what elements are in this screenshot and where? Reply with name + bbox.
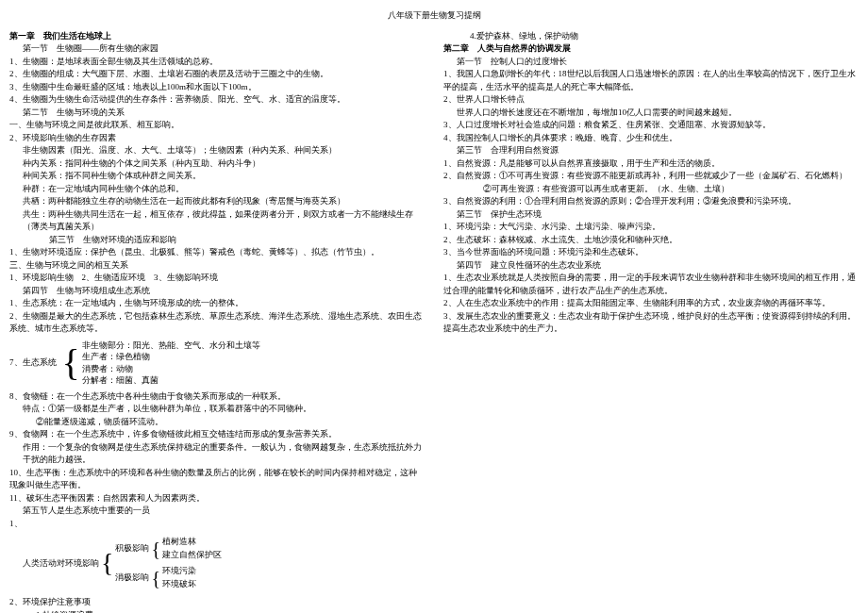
section4-title: 第四节 建立良性循环的生态农业系统: [443, 259, 859, 273]
text-line: 2、环境保护注意事项: [9, 596, 425, 609]
tree-leaf: 环境污染: [162, 565, 196, 578]
text-line: 3、当今世界面临的环境问题：环境污染和生态破坏。: [443, 246, 859, 259]
text-line: 3、发展生态农业的重要意义：生态农业有助于保护生态环境，维护良好的生态平衡；使资…: [443, 310, 859, 336]
text-line: 3、生物圈中生命最旺盛的区域：地表以上100m和水面以下100m。: [9, 81, 425, 94]
text-line: 2、自然资源：①不可再生资源：有些资源不能更新或再补，利用一些就减少了一些（金属…: [443, 170, 859, 183]
text-line: 2、生态破坏：森林锐减、水土流失、土地沙漠化和物种灭绝。: [443, 234, 859, 247]
text-line: 2、人在生态农业系统中的作用：提高太阳能固定率、生物能利用率的方式，农业废弃物的…: [443, 297, 859, 310]
page-header: 八年级下册生物复习提纲: [9, 9, 859, 23]
text-line: 1、生物对环境适应：保护色（昆虫、北极狐、熊等）警戒色（毒蛇、黄蜂等）、拟态（竹…: [9, 246, 425, 259]
text-line: 一、生物与环境之间是彼此联系、相互影响。: [9, 119, 425, 132]
section3b-title: 第三节 保护生态环境: [443, 208, 859, 222]
text-line: 作用：一个复杂的食物网是使生态系统保持稳定的重要条件。一般认为，食物网越复杂，生…: [9, 441, 425, 467]
ecosystem-bracket: 7、生态系统 { 非生物部分：阳光、热能、空气、水分和土壤等 生产者：绿色植物 …: [9, 340, 425, 387]
text-line: 2、生物圈是最大的生态系统，它包括森林生态系统、草原生态系统、海洋生态系统、湿地…: [9, 310, 425, 336]
bracket-item: 非生物部分：阳光、热能、空气、水分和土壤等: [82, 340, 260, 352]
text-line: 1、生态农业系统就是人类按照自身的需要，用一定的手段来调节农业生物种群和非生物环…: [443, 272, 859, 297]
tree-branches: 积极影响 { 植树造林 建立自然保护区 消极影响 { 环境污染 环境破坏: [115, 536, 222, 590]
brace-icon: {: [101, 555, 113, 572]
text-line: 种内关系：指同种生物的个体之间关系（种内互助、种内斗争）: [9, 157, 425, 171]
two-column-layout: 第一章 我们生活在地球上 第一节 生物圈——所有生物的家园 1、生物圈：是地球表…: [9, 30, 859, 614]
text-line: 4、我国控制人口增长的具体要求：晚婚、晚育、少生和优生。: [443, 132, 859, 145]
brace-icon: {: [62, 350, 80, 376]
text-line: 2、世界人口增长特点: [443, 93, 859, 107]
tree-leaf: 建立自然保护区: [162, 549, 222, 562]
tree-leaf: 植树造林: [162, 536, 222, 549]
left-column: 第一章 我们生活在地球上 第一节 生物圈——所有生物的家园 1、生物圈：是地球表…: [9, 30, 425, 614]
text-line: 非生物因素（阳光、温度、水、大气、土壤等）；生物因素（种内关系、种间关系）: [9, 144, 425, 157]
text-line: 4、生物圈为生物生命活动提供的生存条件：营养物质、阳光、空气、水、适宜的温度等。: [9, 93, 425, 107]
impact-tree: 人类活动对环境影响 { 积极影响 { 植树造林 建立自然保护区 消极影响 { 环…: [23, 536, 425, 590]
text-line: 特点：①第一级都是生产者，以生物种群为单位，联系着群落中的不同物种。: [9, 403, 425, 416]
text-line: 1.杜绝资源浪费: [9, 609, 425, 613]
text-line: 1、我国人口急剧增长的年代：18世纪以后我国人口迅速增长的原因：在人的出生率较高…: [443, 68, 859, 93]
text-line: 1、生物圈：是地球表面全部生物及其生活领域的总称。: [9, 56, 425, 69]
bracket-item: 分解者：细菌、真菌: [82, 374, 260, 387]
chapter1-title: 第一章 我们生活在地球上: [9, 30, 425, 43]
text-line: 三、生物与环境之间的相互关系: [9, 259, 425, 273]
text-line: 3、人口过度增长对社会造成的问题：粮食紧乏、住房紧张、交通阻塞、水资源短缺等。: [443, 119, 859, 132]
text-line: 共生：两种生物共同生活在一起，相互依存，彼此得益，如果使两者分开，则双方或者一方…: [9, 208, 425, 234]
text-line: 8、食物链：在一个生态系统中各种生物由于食物关系而形成的一种联系。: [9, 390, 425, 404]
bracket-item: 消费者：动物: [82, 363, 260, 375]
text-line: 10、生态平衡：生态系统中的环境和各种生物的数量及所占的比例，能够在较长的时间内…: [9, 467, 425, 492]
brace-icon: {: [151, 572, 160, 584]
text-line: 第五节人是生态系统中重要的一员: [9, 505, 425, 518]
text-line: ②能量逐级递减，物质循环流动。: [9, 416, 425, 429]
bracket-items: 非生物部分：阳光、热能、空气、水分和土壤等 生产者：绿色植物 消费者：动物 分解…: [82, 340, 260, 387]
text-line: 种群：在一定地域内同种生物个体的总和。: [9, 183, 425, 196]
text-line: 3、自然资源的利用：①合理利用自然资源的原则；②合理开发利用；③避免浪费和污染环…: [443, 195, 859, 208]
text-line: 1、自然资源：凡是能够可以从自然界直接摄取，用于生产和生活的物质。: [443, 157, 859, 171]
brace-icon: {: [151, 543, 160, 555]
right-column: 4.爱护森林、绿地，保护动物 第二章 人类与自然界的协调发展 第一节 控制人口的…: [443, 30, 859, 614]
text-line: 4.爱护森林、绿地，保护动物: [443, 30, 859, 43]
text-line: 1、: [9, 518, 425, 531]
text-line: 种间关系：指不同种生物个体或种群之间关系。: [9, 170, 425, 183]
tree-leaves: 植树造林 建立自然保护区: [162, 536, 222, 561]
text-line: 1、生态系统：在一定地域内，生物与环境形成的统一的整体。: [9, 297, 425, 310]
text-line: 1、环境污染：大气污染、水污染、土壤污染、噪声污染。: [443, 221, 859, 234]
text-line: 世界人口的增长速度还在不断增加，每增加10亿人口需要的时间越来越短。: [443, 107, 859, 120]
section1-title: 第一节 控制人口的过度增长: [443, 56, 859, 69]
section1-title: 第一节 生物圈——所有生物的家园: [9, 42, 425, 56]
section3-title: 第三节 合理利用自然资源: [443, 144, 859, 157]
section3-title: 第三节 生物对环境的适应和影响: [9, 234, 425, 247]
text-line: 2、环境影响生物的生存因素: [9, 132, 425, 145]
tree-leaves: 环境污染 环境破坏: [162, 565, 196, 590]
bracket-item: 生产者：绿色植物: [82, 351, 260, 363]
text-line: 2、生物圈的组成：大气圈下层、水圈、土壤岩石圈的表层及活动于三圈之中的生物。: [9, 68, 425, 81]
tree-branch-label: 积极影响: [115, 542, 149, 555]
text-line: 9、食物网：在一个生态系统中，许多食物链彼此相互交错连结而形成的复杂营养关系。: [9, 428, 425, 441]
text-line: 1、环境影响生物 2、生物适应环境 3、生物影响环境: [9, 272, 425, 285]
chapter2-title: 第二章 人类与自然界的协调发展: [443, 42, 859, 56]
section4-title: 第四节 生物与环境组成生态系统: [9, 285, 425, 298]
section2-title: 第二节 生物与环境的关系: [9, 107, 425, 120]
bracket-label: 7、生态系统: [9, 356, 57, 370]
text-line: ②可再生资源：有些资源可以再生或者更新。（水、生物、土壤）: [443, 183, 859, 196]
tree-branch-label: 消极影响: [115, 572, 149, 585]
text-line: 11、破坏生态平衡因素：自然因素和人为因素两类。: [9, 492, 425, 505]
tree-label: 人类活动对环境影响: [23, 557, 99, 571]
text-line: 共栖：两种都能独立生存的动物生活在一起而彼此都有利的现象（寄居蟹与海葵关系）: [9, 195, 425, 208]
tree-leaf: 环境破坏: [162, 578, 196, 591]
